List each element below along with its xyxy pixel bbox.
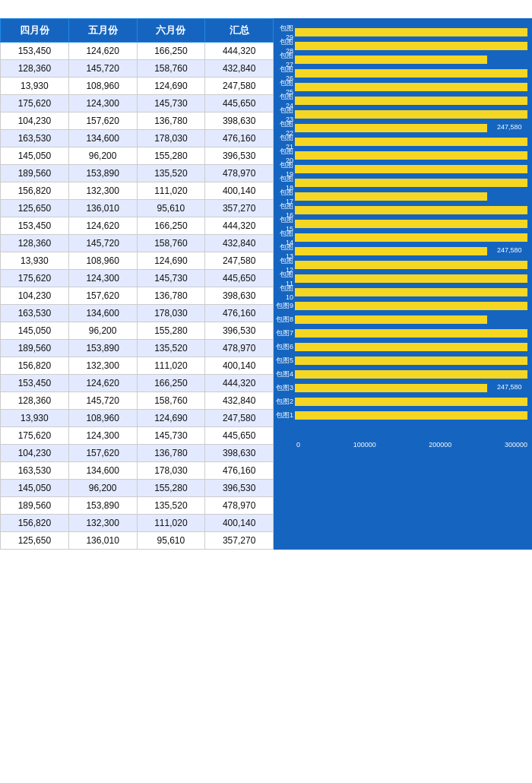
bar-row: 包图15 [274,217,527,230]
data-table: 四月份五月份六月份汇总 153,450124,620166,250444,320… [0,18,274,550]
bar-background [295,192,527,201]
bar-label: 包图5 [274,356,295,366]
bar-value-label: 247,580 [497,383,522,391]
bar-background [295,329,527,338]
table-cell: 128,360 [1,60,69,78]
table-cell: 178,030 [137,305,205,322]
table-cell: 135,520 [137,165,205,182]
table-cell: 124,620 [68,217,137,235]
table-cell: 156,820 [1,182,69,200]
table-row: 104,230157,620136,780398,630 [1,287,274,305]
table-cell: 445,650 [205,427,274,445]
bar-label: 包图10 [274,284,295,301]
table-cell: 136,780 [137,113,205,130]
bar-row: 包图17 [274,190,527,203]
table-header: 五月份 [68,19,137,43]
table-cell: 132,300 [68,515,137,532]
bar-row: 包图1 [274,409,527,422]
table-row: 175,620124,300145,730445,650 [1,427,274,445]
table-cell: 111,020 [137,182,205,200]
table-cell: 136,010 [68,532,137,550]
bar-background [295,165,527,173]
table-cell: 96,200 [68,322,137,340]
table-row: 189,560153,890135,520478,970 [1,497,274,515]
table-cell: 125,650 [1,532,69,550]
bar-background [295,261,527,269]
table-cell: 153,890 [68,165,137,182]
table-cell: 13,930 [1,252,69,270]
bar-fill [295,110,527,119]
table-cell: 398,630 [205,287,274,305]
bar-background [295,398,527,406]
bar-fill [295,83,527,91]
bar-row: 包图9 [274,300,527,312]
table-cell: 247,580 [205,78,274,95]
table-cell: 398,630 [205,113,274,130]
table-cell: 95,610 [137,532,205,550]
table-cell: 108,960 [68,410,137,427]
table-cell: 157,620 [68,113,137,130]
bar-background [295,179,527,187]
bar-row: 包图7 [274,327,527,340]
bar-background [295,97,527,105]
table-cell: 125,650 [1,200,69,217]
bar-row: 包图23 [274,108,527,121]
table-cell: 247,580 [205,410,274,427]
bar-label: 包图9 [274,301,295,311]
bar-background [295,411,527,420]
bar-fill [295,233,527,242]
bar-background: 247,580 [295,247,527,255]
table-cell: 145,720 [68,60,137,78]
bar-row: 包图4 [274,368,527,381]
bar-label: 包图7 [274,328,295,338]
table-cell: 476,160 [205,305,274,322]
bar-fill [295,357,527,365]
table-cell: 145,050 [1,147,69,165]
table-cell: 175,620 [1,95,69,113]
table-cell: 124,620 [68,375,137,392]
table-cell: 153,450 [1,217,69,235]
table-cell: 444,320 [205,375,274,392]
table-cell: 400,140 [205,357,274,375]
xaxis-label: 300000 [505,441,527,449]
table-cell: 189,560 [1,497,69,515]
table-row: 156,820132,300111,020400,140 [1,182,274,200]
table-header: 四月份 [1,19,69,43]
bar-row: 包图22247,580 [274,122,527,135]
table-cell: 111,020 [137,515,205,532]
table-cell: 156,820 [1,515,69,532]
table-row: 163,530134,600178,030476,160 [1,130,274,147]
table-cell: 153,890 [68,497,137,515]
bar-row: 包图29 [274,26,527,39]
table-cell: 96,200 [68,480,137,497]
table-cell: 145,050 [1,480,69,497]
table-cell: 95,610 [137,200,205,217]
table-cell: 135,520 [137,497,205,515]
table-cell: 247,580 [205,252,274,270]
table-cell: 478,970 [205,497,274,515]
bar-row: 包图25 [274,81,527,94]
table-row: 104,230157,620136,780398,630 [1,445,274,462]
bar-background [295,69,527,78]
table-row: 189,560153,890135,520478,970 [1,340,274,357]
bar-background [295,370,527,379]
bar-label: 包图2 [274,397,295,407]
table-cell: 175,620 [1,270,69,287]
table-cell: 398,630 [205,445,274,462]
table-cell: 145,720 [68,235,137,252]
table-cell: 104,230 [1,445,69,462]
table-cell: 163,530 [1,462,69,480]
table-row: 189,560153,890135,520478,970 [1,165,274,182]
bar-fill [295,42,527,50]
bar-row: 包图2 [274,395,527,408]
table-cell: 478,970 [205,340,274,357]
bar-fill [295,315,487,324]
bar-row: 包图24 [274,94,527,107]
bar-background [295,110,527,119]
table-header: 汇总 [205,19,274,43]
bar-row: 包图14 [274,231,527,244]
table-cell: 13,930 [1,78,69,95]
table-cell: 445,650 [205,270,274,287]
table-cell: 432,840 [205,60,274,78]
bar-row: 包图13247,580 [274,245,527,258]
